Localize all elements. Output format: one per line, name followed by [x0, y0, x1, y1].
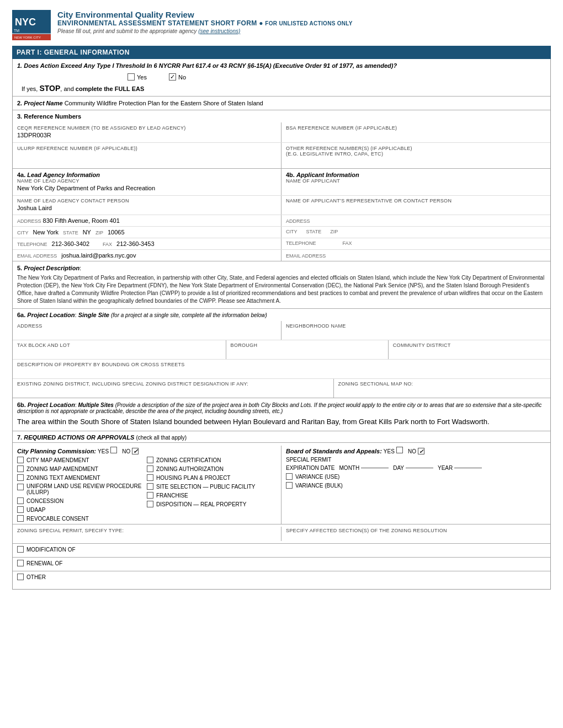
q3-ulurp-cell: ULURP REFERENCE NUMBER (If Applicable)) — [13, 143, 282, 168]
q4-city-row: CITY New York STATE NY ZIP 10065 CITY ST… — [13, 226, 550, 238]
udaap-checkbox[interactable]: UDAAP — [17, 506, 147, 513]
svg-text:NEW YORK CITY: NEW YORK CITY — [14, 36, 41, 39]
modification-checkbox[interactable]: MODIFICATION OF — [17, 546, 546, 553]
q4-section: 4a. Lead Agency Information NAME OF LEAD… — [13, 169, 550, 261]
disposition-checkbox[interactable]: DISPOSITION — REAL PROPERTY — [147, 501, 277, 507]
q4-header: 4a. Lead Agency Information NAME OF LEAD… — [13, 169, 550, 195]
q6b-section: 6b. Project Location: Multiple Sites (Pr… — [13, 398, 550, 431]
q4-contact-row: NAME OF LEAD AGENCY CONTACT PERSON Joshu… — [13, 195, 550, 215]
q7-section: 7. REQUIRED ACTIONS OR APPROVALS (check … — [13, 431, 550, 590]
form-body: 1. Does Action Exceed Any Type I Thresho… — [12, 59, 551, 590]
header-title: City Environmental Quality Review — [57, 10, 353, 19]
q4-address-row: ADDRESS 830 Fifth Avenue, Room 401 ADDRE… — [13, 215, 550, 226]
header-instructions: Please fill out, print and submit to the… — [57, 28, 353, 34]
q4b-header: 4b. Applicant Information NAME OF APPLIC… — [282, 169, 550, 195]
site-selection-checkbox[interactable]: SITE SELECTION — PUBLIC FACILITY — [147, 483, 277, 490]
zoning-text-amendment[interactable]: ZONING TEXT AMENDMENT — [17, 474, 147, 481]
q1-text: 1. Does Action Exceed Any Type I Thresho… — [17, 62, 546, 69]
bsa-col: Board of Standards and Appeals: YES NO ✓… — [282, 446, 546, 524]
city-map-amendment[interactable]: CITY MAP AMENDMENT — [17, 457, 147, 463]
q7-other-row: OTHER — [13, 571, 550, 589]
q3-ceqr-cell: CEQR REFERENCE NUMBER (To Be Assigned by… — [13, 122, 282, 142]
franchise-checkbox[interactable]: FRANCHISE — [147, 492, 277, 499]
q3-section: 3. Reference Numbers CEQR REFERENCE NUMB… — [13, 110, 550, 169]
city-planning-yes-checkbox[interactable] — [110, 447, 117, 453]
q1-stop-text: If yes, STOP, and complete the FULL EAS — [17, 84, 546, 93]
bsa-yes-checkbox[interactable] — [396, 447, 403, 453]
renewal-checkbox[interactable]: RENEWAL OF — [17, 560, 546, 566]
q3-other-cell: OTHER REFERENCE NUMBER(S) (If Applicable… — [282, 143, 550, 168]
revocable-consent-checkbox[interactable]: REVOCABLE CONSENT — [17, 515, 147, 522]
variance-use-checkbox[interactable]: VARIANCE (USE) — [286, 473, 546, 480]
q6a-section: 6a. Project Location: Single Site (for a… — [13, 309, 550, 398]
q2-section: 2. Project Name Community Wildfire Prote… — [13, 97, 550, 110]
q1-yes[interactable]: Yes — [128, 73, 147, 81]
city-planning-no-checkbox[interactable]: ✓ — [132, 448, 139, 454]
nyc-logo: NYC TM NEW YORK CITY — [12, 10, 51, 40]
subtitle-text: ENVIRONMENTAL ASSESSMENT STATEMENT SHORT… — [57, 19, 257, 27]
q1-section: 1. Does Action Exceed Any Type I Thresho… — [13, 59, 550, 97]
q7-renewal-row: RENEWAL OF — [13, 557, 550, 571]
special-permit-checkbox[interactable]: SPECIAL PERMIT — [286, 457, 546, 463]
q5-section: 5. Project Description: The New York Cit… — [13, 261, 550, 309]
other-checkbox[interactable]: OTHER — [17, 574, 546, 580]
q5-description: The New York City Department of Parks an… — [17, 274, 546, 305]
housing-plan-checkbox[interactable]: HOUSING PLAN & PROJECT — [147, 474, 277, 481]
q7-modification-row: MODIFICATION OF — [13, 543, 550, 557]
bsa-no-checkbox[interactable]: ✓ — [418, 448, 424, 454]
zoning-cert-checkbox[interactable]: ZONING CERTIFICATION — [147, 457, 277, 463]
q1-yes-checkbox[interactable] — [128, 73, 135, 81]
q4-email-row: EMAIL ADDRESS joshua.laird@parks.nyc.gov… — [13, 249, 550, 261]
q1-no[interactable]: ✓ No — [169, 73, 186, 81]
q1-no-checkbox[interactable]: ✓ — [169, 73, 176, 81]
concession-checkbox[interactable]: CONCESSION — [17, 497, 147, 504]
city-planning-col: City Planning Commission: YES NO ✓ CITY … — [17, 446, 282, 524]
for-unlisted-text: FOR UNLISTED ACTIONS ONLY — [265, 20, 352, 26]
q6b-content: The area within the South Shore of State… — [17, 416, 546, 427]
q4a-header: 4a. Lead Agency Information NAME OF LEAD… — [13, 169, 282, 195]
zoning-map-amendment[interactable]: ZONING MAP AMENDMENT — [17, 465, 147, 472]
q4-phone-row: TELEPHONE 212-360-3402 FAX 212-360-3453 … — [13, 238, 550, 249]
page-header: NYC TM NEW YORK CITY City Environmental … — [12, 10, 551, 40]
header-text: City Environmental Quality Review ENVIRO… — [57, 10, 353, 34]
variance-bulk-checkbox[interactable]: VARIANCE (BULK) — [286, 482, 546, 489]
q1-answers: Yes ✓ No — [17, 73, 546, 81]
expiration-date-row: EXPIRATION DATE MONTH DAY YEAR — [286, 465, 546, 471]
header-subtitle: ENVIRONMENTAL ASSESSMENT STATEMENT SHORT… — [57, 19, 353, 27]
svg-text:NYC: NYC — [15, 17, 36, 28]
subtitle-dot: ● — [259, 19, 263, 27]
part1-header: PART I: GENERAL INFORMATION — [12, 46, 551, 59]
q3-ceqr-row: CEQR REFERENCE NUMBER (To Be Assigned by… — [13, 122, 550, 143]
svg-text:TM: TM — [14, 29, 19, 33]
q3-ulurp-row: ULURP REFERENCE NUMBER (If Applicable)) … — [13, 143, 550, 168]
ulurp-checkbox[interactable]: UNIFORM LAND USE REVIEW PROCEDURE (ULURP… — [17, 483, 147, 495]
zoning-auth-checkbox[interactable]: ZONING AUTHORIZATION — [147, 465, 277, 472]
q7-zoning-special-row: ZONING SPECIAL PERMIT, SPECIFY TYPE: SPE… — [13, 524, 550, 543]
q3-bsa-cell: BSA REFERENCE NUMBER (If Applicable) — [282, 122, 550, 142]
